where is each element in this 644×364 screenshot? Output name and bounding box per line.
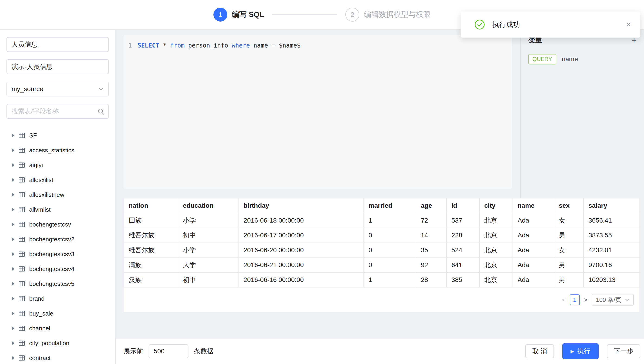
expand-caret-icon[interactable] <box>12 237 14 241</box>
run-button[interactable]: ▶ 执行 <box>562 343 599 359</box>
table-icon <box>18 340 25 346</box>
expand-caret-icon[interactable] <box>12 163 14 167</box>
column-header-nation: nation <box>124 198 178 213</box>
code-line: 1 SELECT * from person_info where name =… <box>124 41 512 50</box>
table-cell: 大学 <box>178 258 239 272</box>
table-name-label: allesxilistnew <box>29 191 64 199</box>
prev-page-button[interactable]: < <box>562 296 566 303</box>
next-page-button[interactable]: > <box>584 296 588 303</box>
column-header-name: name <box>513 198 554 213</box>
table-tree-item[interactable]: bochengtestcsv5 <box>6 276 109 291</box>
table-cell: 北京 <box>480 243 513 258</box>
expand-caret-icon[interactable] <box>12 178 14 182</box>
table-tree-item[interactable]: bochengtestcsv3 <box>6 247 109 262</box>
expand-caret-icon[interactable] <box>12 252 14 256</box>
table-name-label: allvmlist <box>29 206 50 213</box>
cancel-button[interactable]: 取 消 <box>525 344 554 358</box>
table-tree-item[interactable]: bochengtestcsv <box>6 217 109 232</box>
sql-token: name = $name$ <box>250 42 300 49</box>
chevron-down-icon <box>624 297 630 302</box>
expand-caret-icon[interactable] <box>12 267 14 271</box>
table-tree-item[interactable]: access_statistics <box>6 143 109 158</box>
variable-type-badge: QUERY <box>528 54 556 64</box>
step-2[interactable]: 2 编辑数据模型与权限 <box>346 8 430 22</box>
table-cell: 0 <box>364 243 416 258</box>
search-input[interactable] <box>6 104 109 119</box>
next-step-button[interactable]: 下一步 <box>607 344 640 358</box>
page-size-value: 100 条/页 <box>596 296 621 304</box>
table-cell: 2016-06-20 00:00:00 <box>239 243 364 258</box>
expand-caret-icon[interactable] <box>12 148 14 152</box>
column-header-salary: salary <box>584 198 640 213</box>
step-2-label: 编辑数据模型与权限 <box>364 10 430 20</box>
success-toast: 执行成功 × <box>461 12 640 38</box>
table-icon <box>18 192 25 198</box>
table-tree-item[interactable]: allesxilistnew <box>6 187 109 202</box>
main-area: 1 SELECT * from person_info where name =… <box>116 30 644 364</box>
table-tree-item[interactable]: aiqiyi <box>6 158 109 172</box>
results-card: nationeducationbirthdaymarriedageidcityn… <box>124 198 639 312</box>
expand-caret-icon[interactable] <box>12 341 14 345</box>
column-header-id: id <box>446 198 480 213</box>
expand-caret-icon[interactable] <box>12 326 14 330</box>
table-cell: 10203.13 <box>584 272 640 287</box>
pagination: < 1 > 100 条/页 <box>124 287 639 306</box>
table-name-label: contract <box>29 354 51 362</box>
table-tree-item[interactable]: brand <box>6 291 109 306</box>
variables-list: QUERY name <box>528 54 636 64</box>
table-tree-item[interactable]: contract <box>6 350 109 364</box>
expand-caret-icon[interactable] <box>12 356 14 360</box>
step-indicator: 1 编写 SQL 2 编辑数据模型与权限 <box>214 8 431 22</box>
sql-editor-area: 1 SELECT * from person_info where name =… <box>116 30 520 198</box>
table-tree-item[interactable]: city_population <box>6 336 109 350</box>
footer-bar: 展示前 条数据 取 消 ▶ 执行 下一步 <box>116 338 644 364</box>
table-tree-item[interactable]: bochengtestcsv2 <box>6 232 109 247</box>
expand-caret-icon[interactable] <box>12 208 14 212</box>
table-tree-item[interactable]: bochengtestcsv4 <box>6 262 109 276</box>
current-page-button[interactable]: 1 <box>570 294 580 305</box>
table-cell: 72 <box>416 213 446 228</box>
datasource-select[interactable]: my_source <box>6 82 109 96</box>
step-connector-line <box>272 14 337 15</box>
table-icon <box>18 310 25 317</box>
table-row: 回族小学2016-06-18 00:00:00172537北京Ada女3656.… <box>124 213 640 228</box>
expand-caret-icon[interactable] <box>12 223 14 226</box>
table-cell: 汉族 <box>124 272 178 287</box>
table-cell: 537 <box>446 213 480 228</box>
table-cell: Ada <box>513 243 554 258</box>
table-tree: SF access_statistics aiqiyi allesxilist … <box>6 128 109 364</box>
step-1[interactable]: 1 编写 SQL <box>214 8 264 22</box>
table-cell: 回族 <box>124 213 178 228</box>
expand-caret-icon[interactable] <box>12 312 14 315</box>
dataset-name-input[interactable] <box>6 37 109 52</box>
results-area: nationeducationbirthdaymarriedageidcityn… <box>116 198 644 312</box>
table-cell: 维吾尔族 <box>124 243 178 258</box>
sql-editor[interactable]: 1 SELECT * from person_info where name =… <box>124 35 512 189</box>
limit-input[interactable] <box>148 344 188 358</box>
page-size-select[interactable]: 100 条/页 <box>592 294 634 306</box>
table-cell: Ada <box>513 213 554 228</box>
sql-token: where <box>232 42 250 49</box>
variable-name: name <box>562 55 578 63</box>
datasource-selected-value: my_source <box>12 85 43 93</box>
table-name-label: allesxilist <box>29 176 53 184</box>
sql-token: from <box>170 42 185 49</box>
table-icon <box>18 132 25 139</box>
table-name-label: SF <box>29 132 37 139</box>
table-tree-item[interactable]: SF <box>6 128 109 143</box>
row-limit-group: 展示前 条数据 <box>124 344 214 358</box>
expand-caret-icon[interactable] <box>12 193 14 197</box>
expand-caret-icon[interactable] <box>12 133 14 137</box>
table-tree-item[interactable]: channel <box>6 321 109 336</box>
table-icon <box>18 236 25 243</box>
column-header-education: education <box>178 198 239 213</box>
table-tree-item[interactable]: allvmlist <box>6 202 109 217</box>
table-tree-item[interactable]: allesxilist <box>6 172 109 187</box>
expand-caret-icon[interactable] <box>12 282 14 286</box>
table-name-label: access_statistics <box>29 147 74 154</box>
expand-caret-icon[interactable] <box>12 297 14 300</box>
dataset-display-name-input[interactable] <box>6 59 109 74</box>
table-cell: 2016-06-16 00:00:00 <box>239 272 364 287</box>
close-icon[interactable]: × <box>626 20 631 29</box>
table-tree-item[interactable]: buy_sale <box>6 306 109 321</box>
